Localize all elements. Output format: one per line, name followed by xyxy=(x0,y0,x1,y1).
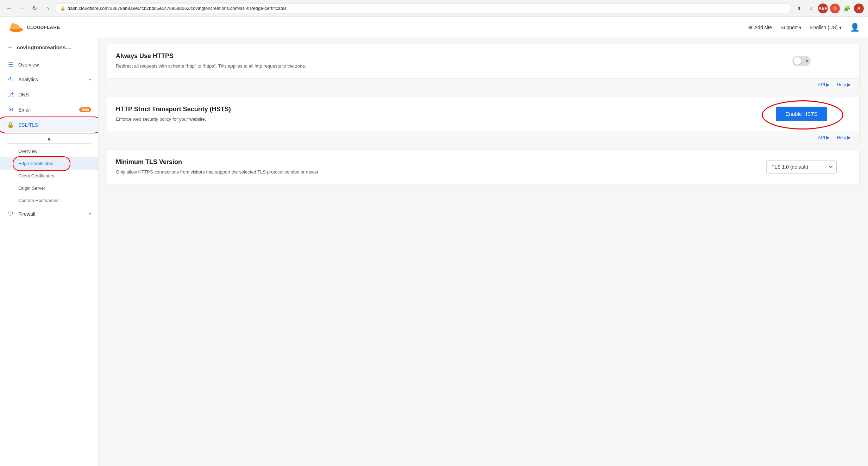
sidebar-item-overview[interactable]: ☰ Overview xyxy=(0,57,98,72)
hsts-content: HTTP Strict Transport Security (HSTS) En… xyxy=(116,106,752,123)
chevron-down-icon: ▾ xyxy=(89,212,91,216)
sidebar: ← covingtoncreations.... ☰ Overview ⏱ An… xyxy=(0,38,99,466)
email-icon: ✉ xyxy=(7,106,14,113)
scroll-up-indicator[interactable]: ▲ xyxy=(7,134,91,144)
sidebar-subitem-origin-server[interactable]: Origin Server xyxy=(0,182,98,194)
sidebar-item-dns[interactable]: ⎇ DNS xyxy=(0,87,98,102)
hsts-card-main: HTTP Strict Transport Security (HSTS) En… xyxy=(107,97,859,131)
add-site-button[interactable]: ⊕ Add site xyxy=(748,24,772,31)
support-button[interactable]: Support ▾ xyxy=(780,25,801,30)
browser-actions: ⬆ ☆ ABP 🎨 🧩 A xyxy=(794,4,864,13)
always-https-toggle[interactable]: ✕ xyxy=(792,56,811,66)
chevron-down-icon: ▾ xyxy=(89,77,91,82)
always-https-card: Always Use HTTPS Redirect all requests w… xyxy=(107,44,860,91)
cloudflare-logo-icon xyxy=(8,22,24,33)
logo-text: CLOUDFLARE xyxy=(27,25,60,30)
chevron-down-icon: ▾ xyxy=(799,25,801,30)
hsts-desc: Enforce web security policy for your web… xyxy=(116,116,362,123)
hsts-control: Enable HSTS xyxy=(752,107,851,121)
browser-chrome: ← → ↻ ⌂ 🔒 dash.cloudflare.com/33679ab8a9… xyxy=(0,0,868,17)
enable-hsts-button[interactable]: Enable HSTS xyxy=(776,107,828,121)
forward-button[interactable]: → xyxy=(17,4,27,13)
always-https-control: ✕ xyxy=(752,56,851,66)
sidebar-subitem-edge-certificates[interactable]: Edge Certificates xyxy=(0,157,98,170)
chevron-down-icon: ▾ xyxy=(839,25,842,30)
arrow-right-icon: ▶ xyxy=(847,135,851,140)
always-https-content: Always Use HTTPS Redirect all requests w… xyxy=(116,52,752,70)
app-layout: CLOUDFLARE ⊕ Add site Support ▾ English … xyxy=(0,17,868,466)
reload-button[interactable]: ↻ xyxy=(30,4,39,13)
hsts-title: HTTP Strict Transport Security (HSTS) xyxy=(116,106,752,113)
ext-icon-1: 🎨 xyxy=(830,4,840,13)
sidebar-item-ssl-tls[interactable]: 🔒 SSL/TLS xyxy=(0,117,98,132)
home-button[interactable]: ⌂ xyxy=(42,4,52,13)
tls-version-select[interactable]: TLS 1.0 (default) TLS 1.1 TLS 1.2 TLS 1.… xyxy=(766,160,837,174)
content-area: ← covingtoncreations.... ☰ Overview ⏱ An… xyxy=(0,38,868,466)
hsts-button-wrapper: Enable HSTS xyxy=(776,107,828,121)
sidebar-subitem-overview[interactable]: Overview xyxy=(0,145,98,157)
extensions-button[interactable]: 🧩 xyxy=(842,4,852,13)
always-https-footer: API ▶ Help ▶ xyxy=(107,78,859,91)
min-tls-card-main: Minimum TLS Version Only allow HTTPS con… xyxy=(107,150,859,184)
min-tls-content: Minimum TLS Version Only allow HTTPS con… xyxy=(116,158,752,176)
min-tls-title: Minimum TLS Version xyxy=(116,158,752,166)
bookmark-button[interactable]: ☆ xyxy=(806,4,816,13)
url-text: dash.cloudflare.com/33679ab8a9e5fcb2bdd5… xyxy=(68,6,287,11)
always-https-desc: Redirect all requests with scheme “http”… xyxy=(116,63,362,70)
chevron-up-icon: ▲ xyxy=(46,136,52,142)
always-https-toggle-wrapper: ✕ xyxy=(792,56,811,66)
cloudflare-logo[interactable]: CLOUDFLARE xyxy=(8,22,60,33)
always-https-help-link[interactable]: Help ▶ xyxy=(837,82,851,87)
always-https-card-main: Always Use HTTPS Redirect all requests w… xyxy=(107,44,859,78)
top-nav-actions: ⊕ Add site Support ▾ English (US) ▾ 👤 xyxy=(748,23,860,32)
address-bar[interactable]: 🔒 dash.cloudflare.com/33679ab8a9e5fcb2bd… xyxy=(55,3,791,13)
arrow-right-icon: ▶ xyxy=(826,135,830,140)
min-tls-desc: Only allow HTTPS connections from visito… xyxy=(116,169,362,176)
main-content: Always Use HTTPS Redirect all requests w… xyxy=(99,38,868,466)
dns-icon: ⎇ xyxy=(7,91,14,98)
sidebar-item-analytics[interactable]: ⏱ Analytics ▾ xyxy=(0,72,98,87)
sidebar-domain: covingtoncreations.... xyxy=(17,44,71,50)
analytics-icon: ⏱ xyxy=(7,76,14,83)
overview-icon: ☰ xyxy=(7,61,14,68)
hsts-help-link[interactable]: Help ▶ xyxy=(837,135,851,140)
arrow-right-icon: ▶ xyxy=(847,82,851,87)
share-button[interactable]: ⬆ xyxy=(794,4,804,13)
plus-icon: ⊕ xyxy=(748,24,753,31)
toggle-knob xyxy=(793,57,801,65)
sidebar-item-email[interactable]: ✉ Email Beta xyxy=(0,102,98,117)
always-https-api-link[interactable]: API ▶ xyxy=(818,82,830,87)
user-avatar[interactable]: A xyxy=(854,4,864,13)
sidebar-subitem-client-certificates[interactable]: Client Certificates xyxy=(0,170,98,182)
user-icon[interactable]: 👤 xyxy=(850,23,860,32)
hsts-api-link[interactable]: API ▶ xyxy=(818,135,830,140)
arrow-right-icon: ▶ xyxy=(826,82,830,87)
always-https-title: Always Use HTTPS xyxy=(116,52,752,60)
beta-badge: Beta xyxy=(79,107,91,112)
sidebar-item-firewall[interactable]: 🛡 Firewall ▾ xyxy=(0,207,98,221)
min-tls-control: TLS 1.0 (default) TLS 1.1 TLS 1.2 TLS 1.… xyxy=(752,160,851,174)
sidebar-subitem-custom-hostnames[interactable]: Custom Hostnames xyxy=(0,194,98,207)
min-tls-card: Minimum TLS Version Only allow HTTPS con… xyxy=(107,150,860,184)
language-button[interactable]: English (US) ▾ xyxy=(810,25,842,30)
hsts-card: HTTP Strict Transport Security (HSTS) En… xyxy=(107,97,860,144)
hsts-footer: API ▶ Help ▶ xyxy=(107,131,859,144)
ssl-icon: 🔒 xyxy=(7,121,14,128)
top-nav: CLOUDFLARE ⊕ Add site Support ▾ English … xyxy=(0,17,868,38)
sidebar-back-button[interactable]: ← xyxy=(7,44,13,51)
firewall-icon: 🛡 xyxy=(7,211,14,217)
sidebar-header: ← covingtoncreations.... xyxy=(0,38,98,57)
lock-icon: 🔒 xyxy=(60,6,65,11)
back-button[interactable]: ← xyxy=(4,4,14,13)
toggle-x-icon: ✕ xyxy=(805,59,809,63)
adblock-icon: ABP xyxy=(818,4,828,13)
